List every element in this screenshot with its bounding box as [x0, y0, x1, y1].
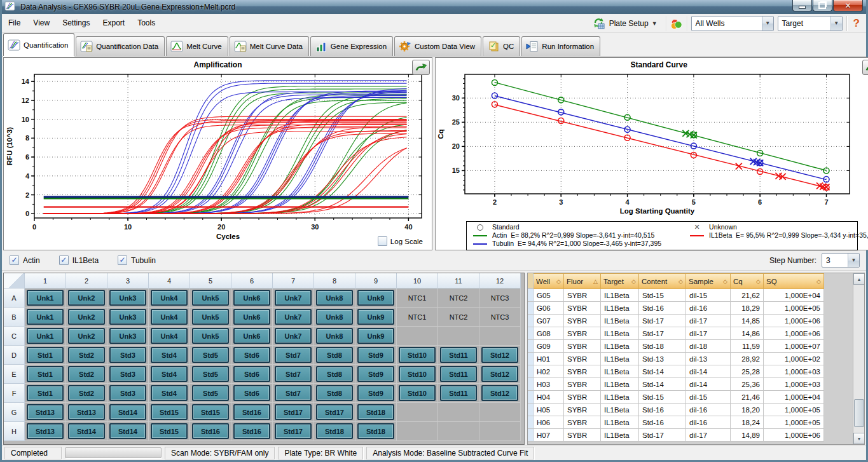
cell-well[interactable]: H06 — [534, 416, 564, 429]
cell-target[interactable]: IL1Beta — [601, 416, 639, 429]
cell-content[interactable]: Std-16 — [639, 416, 686, 429]
cell-sq[interactable]: 1,000E+06 — [764, 429, 824, 442]
plate-col-header[interactable]: 11 — [438, 273, 479, 289]
plate-well-B1[interactable]: Unk1 — [25, 308, 66, 327]
plate-col-header[interactable]: 5 — [190, 273, 231, 289]
menu-item-tools[interactable]: Tools — [131, 15, 162, 31]
plate-row-header[interactable]: F — [4, 384, 25, 403]
plate-well-F4[interactable]: Std4 — [149, 384, 190, 403]
plate-setup-button[interactable]: Plate Setup ▼ — [589, 15, 662, 32]
plate-well-A6[interactable]: Unk6 — [231, 289, 273, 308]
plate-well-G1[interactable]: Std13 — [25, 403, 66, 422]
tab-gene-expression[interactable]: Gene Expression — [310, 36, 393, 56]
table-row-H05[interactable]: H05SYBRIL1BetaStd-16dil-1618,201,000E+05 — [528, 404, 824, 416]
cell-cq[interactable]: 25,36 — [731, 378, 764, 391]
cell-target[interactable]: IL1Beta — [601, 429, 639, 442]
tab-quantification-data[interactable]: Quantification Data — [76, 36, 165, 56]
column-header-fluor[interactable]: Fluor△ — [564, 273, 601, 289]
plate-well-C10[interactable] — [397, 327, 438, 346]
plate-col-header[interactable]: 7 — [273, 273, 314, 289]
plate-well-G10[interactable] — [397, 403, 438, 422]
plate-well-C5[interactable]: Unk5 — [190, 327, 231, 346]
target-checkbox-tubulin[interactable]: ✓Tubulin — [118, 255, 156, 265]
plate-well-B6[interactable]: Unk6 — [231, 308, 273, 327]
cell-target[interactable]: IL1Beta — [601, 378, 639, 391]
plate-well-B4[interactable]: Unk4 — [149, 308, 190, 327]
plate-well-C6[interactable]: Unk6 — [231, 327, 273, 346]
plate-well-D8[interactable]: Std8 — [314, 346, 355, 365]
table-scrollbar[interactable]: ▲ ▼ — [853, 273, 864, 444]
cell-fluor[interactable]: SYBR — [564, 416, 601, 429]
cell-fluor[interactable]: SYBR — [564, 315, 601, 327]
plate-row-header[interactable]: G — [4, 403, 25, 422]
column-header-sample[interactable]: Sample◇ — [686, 273, 731, 289]
plate-col-header[interactable]: 1 — [25, 273, 66, 289]
plate-well-F2[interactable]: Std2 — [66, 384, 107, 403]
plate-well-F7[interactable]: Std7 — [273, 384, 314, 403]
plate-well-B3[interactable]: Unk3 — [107, 308, 149, 327]
plate-well-E5[interactable]: Std5 — [190, 365, 231, 384]
plate-well-H11[interactable] — [438, 422, 479, 441]
plate-well-D2[interactable]: Std2 — [66, 346, 107, 365]
row-selector[interactable] — [528, 429, 534, 442]
plate-well-F5[interactable]: Std5 — [190, 384, 231, 403]
plate-well-D10[interactable]: Std10 — [397, 346, 438, 365]
tab-melt-curve-data[interactable]: Melt Curve Data — [230, 36, 309, 56]
plate-col-header[interactable]: 8 — [314, 273, 355, 289]
cell-well[interactable]: G09 — [534, 340, 564, 353]
plate-corner[interactable] — [4, 273, 25, 289]
plate-well-D9[interactable]: Std9 — [355, 346, 397, 365]
plate-row-header[interactable]: A — [4, 289, 25, 308]
plate-well-H10[interactable] — [397, 422, 438, 441]
plate-well-G9[interactable]: Std18 — [355, 403, 397, 422]
cell-sample[interactable]: dil-16 — [686, 416, 731, 429]
cell-sq[interactable]: 1,000E+03 — [764, 365, 824, 378]
log-scale-checkbox[interactable]: Log Scale — [378, 236, 423, 246]
plate-well-B9[interactable]: Unk9 — [355, 308, 397, 327]
plate-row-header[interactable]: D — [4, 346, 25, 365]
cell-cq[interactable]: 18,20 — [731, 404, 764, 416]
table-row-H03[interactable]: H03SYBRIL1BetaStd-14dil-1425,361,000E+03 — [528, 378, 824, 391]
row-selector[interactable] — [528, 315, 534, 327]
cell-sq[interactable]: 1,000E+02 — [764, 353, 824, 365]
cell-well[interactable]: H03 — [534, 378, 564, 391]
cell-target[interactable]: IL1Beta — [601, 353, 639, 365]
cell-content[interactable]: Std-16 — [639, 302, 686, 315]
cell-well[interactable]: G08 — [534, 327, 564, 340]
cell-sq[interactable]: 1,000E+04 — [764, 391, 824, 404]
mode-select[interactable]: Target ▼ — [778, 16, 843, 31]
plate-well-C8[interactable]: Unk8 — [314, 327, 355, 346]
plate-well-C3[interactable]: Unk3 — [107, 327, 149, 346]
cell-content[interactable]: Std-17 — [639, 327, 686, 340]
plate-well-F9[interactable]: Std9 — [355, 384, 397, 403]
cell-sq[interactable]: 1,000E+07 — [764, 340, 824, 353]
cell-sq[interactable]: 1,000E+03 — [764, 378, 824, 391]
plate-well-H1[interactable]: Std13 — [25, 422, 66, 441]
plate-well-B2[interactable]: Unk2 — [66, 308, 107, 327]
cell-fluor[interactable]: SYBR — [564, 404, 601, 416]
cell-sample[interactable]: dil-17 — [686, 327, 731, 340]
plate-col-header[interactable]: 6 — [231, 273, 273, 289]
plate-well-C2[interactable]: Unk2 — [66, 327, 107, 346]
plate-well-A12[interactable]: NTC3 — [479, 289, 521, 308]
cell-target[interactable]: IL1Beta — [601, 302, 639, 315]
plate-well-E7[interactable]: Std7 — [273, 365, 314, 384]
cell-target[interactable]: IL1Beta — [601, 404, 639, 416]
cell-sq[interactable]: 1,000E+05 — [764, 416, 824, 429]
plate-well-A9[interactable]: Unk9 — [355, 289, 397, 308]
row-selector[interactable] — [528, 327, 534, 340]
cell-target[interactable]: IL1Beta — [601, 315, 639, 327]
plate-well-A3[interactable]: Unk3 — [107, 289, 149, 308]
plate-well-D6[interactable]: Std6 — [231, 346, 273, 365]
plate-row-header[interactable]: B — [4, 308, 25, 327]
plate-well-A5[interactable]: Unk5 — [190, 289, 231, 308]
plate-well-G2[interactable]: Std13 — [66, 403, 107, 422]
plate-well-D11[interactable]: Std11 — [438, 346, 479, 365]
plate-well-F1[interactable]: Std1 — [25, 384, 66, 403]
scroll-down-button[interactable]: ▼ — [853, 433, 865, 444]
scroll-up-button[interactable]: ▲ — [853, 273, 865, 285]
cell-sample[interactable]: dil-16 — [686, 302, 731, 315]
plate-well-H9[interactable]: Std18 — [355, 422, 397, 441]
plate-well-H7[interactable]: Std17 — [273, 422, 314, 441]
table-row-G06[interactable]: G06SYBRIL1BetaStd-16dil-1618,291,000E+05 — [528, 302, 824, 315]
